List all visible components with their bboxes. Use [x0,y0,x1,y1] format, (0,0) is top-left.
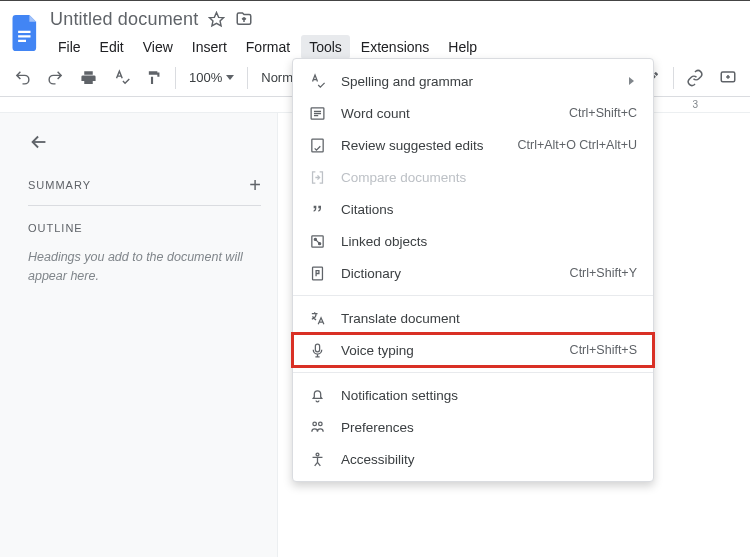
outline-hint: Headings you add to the document will ap… [28,248,261,286]
linked-icon [307,231,327,251]
redo-button[interactable] [43,66,67,90]
menu-item-spelling-and-grammar[interactable]: Spelling and grammar [293,65,653,97]
menu-item-shortcut: Ctrl+Shift+S [570,343,637,357]
menu-item-translate-document[interactable]: Translate document [293,302,653,334]
menubar-item-tools[interactable]: Tools [301,35,350,59]
toolbar-separator [673,67,674,89]
menu-item-label: Preferences [341,420,637,435]
menu-item-shortcut: Ctrl+Alt+O Ctrl+Alt+U [518,138,637,152]
menu-item-label: Linked objects [341,234,637,249]
zoom-select[interactable]: 100% [185,70,238,85]
menu-item-preferences[interactable]: Preferences [293,411,653,443]
menubar-item-file[interactable]: File [50,35,89,59]
zoom-value: 100% [189,70,222,85]
tools-menu: Spelling and grammarWord countCtrl+Shift… [292,58,654,482]
svg-marker-3 [210,12,224,25]
menu-item-shortcut: Ctrl+Shift+Y [570,266,637,280]
menu-item-dictionary[interactable]: DictionaryCtrl+Shift+Y [293,257,653,289]
svg-point-12 [312,422,316,426]
menubar-item-view[interactable]: View [135,35,181,59]
menu-separator [293,295,653,296]
prefs-icon [307,417,327,437]
move-folder-icon[interactable] [235,10,253,28]
accessibility-icon [307,449,327,469]
spellcheck-button[interactable] [109,66,133,90]
wordcount-icon [307,103,327,123]
menubar-item-help[interactable]: Help [440,35,485,59]
star-icon[interactable] [208,11,225,28]
menu-item-review-suggested-edits[interactable]: Review suggested editsCtrl+Alt+O Ctrl+Al… [293,129,653,161]
add-summary-button[interactable]: + [249,175,261,195]
menubar-item-edit[interactable]: Edit [92,35,132,59]
menu-item-label: Word count [341,106,555,121]
menu-item-compare-documents: Compare documents [293,161,653,193]
outline-sidebar: SUMMARY + OUTLINE Headings you add to th… [0,113,278,557]
header: Untitled document FileEditViewInsertForm… [0,1,750,59]
citations-icon [307,199,327,219]
menubar-item-extensions[interactable]: Extensions [353,35,437,59]
review-icon [307,135,327,155]
insert-comment-button[interactable] [716,66,740,90]
menu-item-label: Citations [341,202,637,217]
menubar-item-insert[interactable]: Insert [184,35,235,59]
document-title[interactable]: Untitled document [50,9,198,30]
svg-rect-11 [315,344,319,352]
chevron-down-icon [226,75,234,80]
menubar-item-format[interactable]: Format [238,35,298,59]
svg-point-14 [316,453,319,456]
menu-item-accessibility[interactable]: Accessibility [293,443,653,475]
menu-item-label: Dictionary [341,266,556,281]
menu-item-word-count[interactable]: Word countCtrl+Shift+C [293,97,653,129]
ruler-tick: 3 [692,99,698,110]
menu-item-voice-typing[interactable]: Voice typingCtrl+Shift+S [293,334,653,366]
toolbar-separator [175,67,176,89]
menu-separator [293,372,653,373]
menu-item-linked-objects[interactable]: Linked objects [293,225,653,257]
sidebar-divider [28,205,261,206]
svg-point-13 [318,422,322,426]
toolbar-separator [247,67,248,89]
svg-rect-0 [18,31,30,33]
summary-heading: SUMMARY [28,179,91,191]
compare-icon [307,167,327,187]
print-button[interactable] [76,66,100,90]
bell-icon [307,385,327,405]
menubar: FileEditViewInsertFormatToolsExtensionsH… [50,35,742,59]
outline-heading: OUTLINE [28,222,261,234]
spellcheck-icon [307,71,327,91]
mic-icon [307,340,327,360]
svg-rect-1 [18,35,30,37]
svg-rect-2 [18,40,26,42]
menu-item-label: Translate document [341,311,637,326]
undo-button[interactable] [10,66,34,90]
menu-item-label: Accessibility [341,452,637,467]
dictionary-icon [307,263,327,283]
paint-format-button[interactable] [142,66,166,90]
insert-link-button[interactable] [683,66,707,90]
submenu-arrow-icon [627,76,637,86]
menu-item-shortcut: Ctrl+Shift+C [569,106,637,120]
menu-item-citations[interactable]: Citations [293,193,653,225]
menu-item-label: Review suggested edits [341,138,504,153]
sidebar-back-button[interactable] [28,131,261,153]
docs-logo[interactable] [8,9,44,57]
menu-item-notification-settings[interactable]: Notification settings [293,379,653,411]
menu-item-label: Voice typing [341,343,556,358]
svg-rect-6 [311,139,322,152]
translate-icon [307,308,327,328]
menu-item-label: Notification settings [341,388,637,403]
menu-item-label: Compare documents [341,170,637,185]
menu-item-label: Spelling and grammar [341,74,613,89]
